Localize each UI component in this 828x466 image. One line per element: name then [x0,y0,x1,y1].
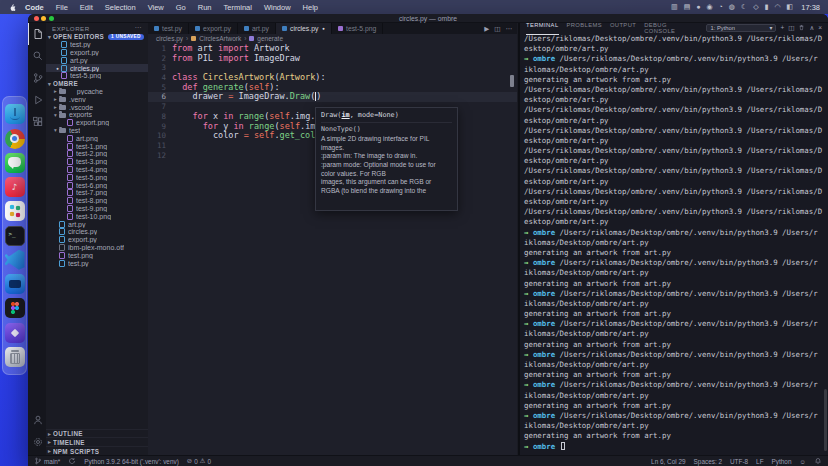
menu-item-view[interactable]: View [142,3,170,12]
tab-test-5.png[interactable]: test-5.png [332,23,383,34]
section-outline[interactable]: ▸OUTLINE [46,429,148,438]
tab-test.py[interactable]: test.py [148,23,189,34]
dock-icon-blueapp[interactable] [5,274,25,294]
activity-bar-extensions[interactable] [28,111,46,133]
terminal-picker-dropdown[interactable]: 1: Python ▾ [706,24,776,32]
tree-item-test.png[interactable]: test.png [46,251,148,259]
record-icon[interactable]: ◉ [707,0,713,14]
tree-item-test-3.png[interactable]: test-3.png [46,158,148,166]
activity-bar-settings[interactable] [28,431,46,453]
activity-bar-accounts[interactable] [28,409,46,431]
feedback-smiley-icon[interactable]: ☺ [799,458,806,465]
explorer-more-actions-button[interactable]: ⋯ [135,24,143,32]
stats-icon[interactable]: ▥ [671,0,678,14]
tree-item-test-6.png[interactable]: test-6.png [46,181,148,189]
tab-circles.py[interactable]: circles.py● [276,23,332,34]
dock-icon-finder[interactable] [5,104,25,124]
terminal-scrollbar[interactable] [824,389,827,451]
activity-bar-search[interactable] [28,45,46,67]
breadcrumb-item[interactable]: generate [257,35,283,42]
apple-menu-icon[interactable] [8,3,17,12]
eol-item[interactable]: LF [756,458,763,465]
code-line-6[interactable]: 6 drawer = ImageDraw.Draw() [148,92,517,102]
run-python-file-button[interactable]: ▶ [484,25,489,33]
open-editor-test.py[interactable]: test.py [46,41,148,49]
tree-item-test-1.png[interactable]: test-1.png [46,142,148,150]
tree-item-art.py[interactable]: art.py [46,220,148,228]
bluetooth-icon[interactable]: ◇ [753,0,758,14]
breadcrumb-item[interactable]: circles.py [156,35,183,42]
dock-icon-music[interactable]: ♪ [5,177,25,197]
new-terminal-button[interactable]: + [780,23,784,33]
more-actions-button[interactable]: ⋯ [506,25,513,33]
tree-item-test-4.png[interactable]: test-4.png [46,166,148,174]
moon-icon[interactable]: ☾ [741,0,747,14]
menu-item-help[interactable]: Help [297,3,324,12]
control-center-icon[interactable]: ◧ [787,0,794,14]
menu-bar-clock[interactable]: 17:38 [801,3,820,12]
tree-item-test-8.png[interactable]: test-8.png [46,197,148,205]
cursor-position-item[interactable]: Ln 6, Col 29 [651,458,685,465]
split-terminal-button[interactable]: ◫ [788,23,794,33]
close-panel-button[interactable]: × [818,23,822,33]
timer-icon[interactable]: ◔ [719,0,723,14]
dock-icon-purple[interactable] [5,323,25,343]
terminal-content[interactable]: /Users/riklomas/Desktop/ombre/.venv/bin/… [520,33,823,455]
tree-item-exports[interactable]: ▾exports [46,111,148,119]
menu-item-go[interactable]: Go [170,3,192,12]
tree-item-__pycache__[interactable]: ▸__pycache__ [46,88,148,96]
split-editor-button[interactable]: ◫ [494,25,500,33]
open-editors-header[interactable]: ▾OPEN EDITORS1 UNSAVED [46,33,148,41]
open-editor-circles.py[interactable]: ●circles.py [46,64,148,72]
code-editor[interactable]: 1from art import Artwork2from PIL import… [148,43,517,455]
tree-item-test-5.png[interactable]: test-5.png [46,173,148,181]
dock-icon-trash[interactable] [5,347,25,367]
tree-item-export.png[interactable]: export.png [46,119,148,127]
dock-icon-chrome[interactable] [5,129,25,149]
dock-icon-messages[interactable] [5,153,25,173]
dock-icon-slack[interactable] [5,201,25,221]
tree-item-.vscode[interactable]: ▸.vscode [46,103,148,111]
encoding-item[interactable]: UTF-8 [730,458,748,465]
activity-bar-explorer[interactable] [28,23,46,45]
python-interpreter-item[interactable]: Python 3.9.2 64-bit ('.venv': venv) [84,458,178,465]
menu-item-run[interactable]: Run [192,3,218,12]
tree-item-ibm-plex-mono.otf[interactable]: ibm-plex-mono.otf [46,244,148,252]
dock-icon-figma[interactable] [5,298,25,318]
language-mode-item[interactable]: Python [772,458,792,465]
battery-icon[interactable]: ▮ [765,0,769,14]
tree-item-test-10.png[interactable]: test-10.png [46,212,148,220]
kill-terminal-button[interactable] [798,23,805,33]
menu-item-code[interactable]: Code [19,3,50,12]
chat-icon[interactable]: ● [696,0,700,14]
tree-item-.venv[interactable]: ▸.venv [46,95,148,103]
tree-item-art.png[interactable]: art.png [46,134,148,142]
open-editor-test-5.png[interactable]: test-5.png [46,72,148,80]
tree-item-test[interactable]: ▾test [46,127,148,135]
sync-icon[interactable] [68,457,76,465]
tree-item-test-2.png[interactable]: test-2.png [46,150,148,158]
tree-item-export.py[interactable]: export.py [46,236,148,244]
git-branch-item[interactable]: main* [34,457,60,465]
wifi-icon[interactable]: ◠ [774,0,780,14]
open-editor-art.py[interactable]: art.py [46,56,148,64]
menu-item-terminal[interactable]: Terminal [218,3,258,12]
globe-icon[interactable]: ◍ [729,0,735,14]
menu-item-window[interactable]: Window [258,3,297,12]
activity-bar-run-debug[interactable] [28,89,46,111]
code-line-2[interactable]: 2from PIL import ImageDraw [148,54,517,64]
dock-icon-vscode[interactable] [5,250,25,270]
problems-item[interactable]: ⊘ 0 ⚠ 0 [187,457,211,465]
tree-item-test-9.png[interactable]: test-9.png [46,205,148,213]
tree-item-test.py[interactable]: test.py [46,259,148,267]
menu-item-edit[interactable]: Edit [74,3,99,12]
dock-icon-terminal[interactable]: >_ [5,226,25,246]
tab-export.py[interactable]: export.py [189,23,238,34]
tree-item-test-7.png[interactable]: test-7.png [46,189,148,197]
section-npm-scripts[interactable]: ▸NPM SCRIPTS [46,446,148,455]
notifications-bell-icon[interactable] [814,457,822,465]
screen-mirroring-icon[interactable]: ▤ [684,0,691,14]
menu-item-selection[interactable]: Selection [99,3,142,12]
indentation-item[interactable]: Spaces: 2 [694,458,722,465]
open-editor-export.py[interactable]: export.py [46,49,148,57]
